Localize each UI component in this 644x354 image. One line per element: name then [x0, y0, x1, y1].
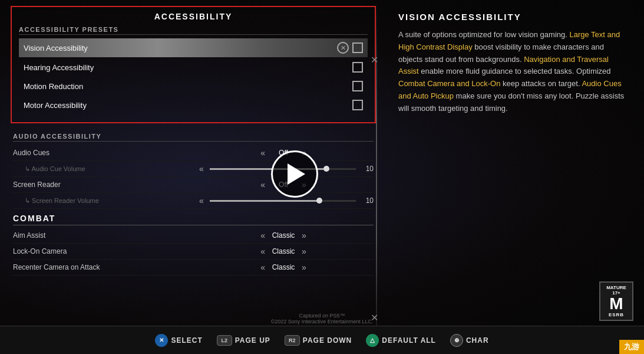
screen-reader-volume-label: ↳ Screen Reader Volume	[13, 197, 199, 205]
left-panel: ACCESSIBILITY ACCESSIBILITY PRESETS Visi…	[11, 6, 376, 326]
screen-reader-label: Screen Reader	[13, 181, 193, 189]
l2-button-icon: L2	[217, 335, 232, 346]
screen-reader-volume-row: ↳ Screen Reader Volume « 10	[13, 193, 374, 209]
info-text-6-highlight: Combat Camera and Lock-On	[398, 79, 500, 88]
default-all-item[interactable]: △ DEFAULT ALL	[366, 334, 436, 347]
sr-volume-left-arrow[interactable]: «	[199, 196, 204, 205]
lock-on-camera-left-arrow[interactable]: «	[260, 247, 265, 256]
recenter-camera-row: Recenter Camera on Attack « Classic »	[13, 260, 374, 276]
sr-volume-slider-track[interactable]	[210, 200, 356, 202]
presets-title: ACCESSIBILITY PRESETS	[19, 26, 368, 35]
square-icon-3	[352, 81, 363, 91]
aim-assist-left-arrow[interactable]: «	[260, 231, 265, 240]
page-down-label: PAGE DOWN	[303, 336, 352, 345]
audio-cue-volume-row: ↳ Audio Cue Volume « 10	[13, 161, 374, 177]
audio-cue-volume-label: ↳ Audio Cue Volume	[13, 165, 199, 173]
sr-volume-slider-dot	[316, 198, 322, 204]
page-up-item[interactable]: L2 PAGE UP	[217, 335, 270, 346]
accessibility-title: ACCESSIBILITY	[19, 12, 368, 21]
play-icon	[288, 163, 305, 185]
info-text-1: A suite of options optimized for low vis…	[398, 30, 569, 39]
esrb-label: ESRB	[604, 312, 629, 317]
x-icon: ✕	[337, 42, 349, 54]
accessibility-box: ACCESSIBILITY ACCESSIBILITY PRESETS Visi…	[11, 6, 376, 123]
x-button-icon: ✕	[155, 334, 168, 347]
combat-title: COMBAT	[13, 214, 374, 225]
triangle-button-icon: △	[366, 334, 379, 347]
lock-on-camera-value: Classic	[269, 247, 298, 255]
lock-on-camera-row: Lock-On Camera « Classic »	[13, 244, 374, 260]
aim-assist-row: Aim Assist « Classic »	[13, 228, 374, 244]
preset-vision-label: Vision Accessibility	[24, 44, 88, 53]
esrb-badge: MATURE 17+ M ESRB	[599, 281, 633, 321]
screen-reader-volume-value: 10	[362, 196, 374, 205]
recenter-camera-value: Classic	[269, 263, 298, 271]
esrb-m-letter: M	[604, 296, 629, 312]
volume-slider-dot	[323, 166, 329, 172]
watermark: 九游	[619, 340, 644, 354]
recenter-camera-control[interactable]: « Classic »	[193, 263, 374, 272]
recenter-camera-left-arrow[interactable]: «	[260, 263, 265, 272]
preset-motion-icons	[352, 81, 363, 91]
panel-divider	[376, 0, 377, 354]
square-icon-2	[352, 62, 363, 73]
audio-cues-label: Audio Cues	[13, 149, 193, 157]
audio-cues-left-arrow[interactable]: «	[260, 148, 265, 158]
preset-hearing-icons	[352, 62, 363, 73]
preset-hearing[interactable]: Hearing Accessibility	[19, 58, 368, 76]
aim-assist-label: Aim Assist	[13, 231, 193, 240]
lock-on-camera-control[interactable]: « Classic »	[193, 247, 374, 256]
select-label: SELECT	[171, 336, 202, 345]
page-down-item[interactable]: R2 PAGE DOWN	[285, 335, 352, 346]
audio-cue-volume-value: 10	[362, 165, 374, 173]
audio-title: AUDIO ACCESSIBILITY	[13, 133, 374, 142]
aim-assist-control[interactable]: « Classic »	[193, 231, 374, 240]
preset-motion[interactable]: Motion Reduction	[19, 77, 368, 95]
page-up-label: PAGE UP	[235, 336, 270, 345]
info-title: VISION ACCESSIBILITY	[398, 12, 629, 22]
info-text-7: keep attacks on target.	[500, 79, 582, 88]
lock-on-camera-label: Lock-On Camera	[13, 247, 193, 255]
audio-cues-row: Audio Cues « Off »	[13, 145, 374, 161]
preset-motor[interactable]: Motor Accessibility	[19, 96, 368, 114]
char-label: CHAR	[466, 336, 489, 345]
screen-reader-left-arrow[interactable]: «	[260, 180, 265, 189]
preset-motor-icons	[352, 100, 363, 110]
aim-assist-value: Classic	[269, 231, 298, 240]
screen-reader-volume-control[interactable]: « 10	[199, 196, 374, 205]
footer-copyright: Captured on PS5™ ©2022 Sony Interactive …	[271, 313, 374, 324]
recenter-camera-label: Recenter Camera on Attack	[13, 263, 193, 271]
char-item[interactable]: ⊕ CHAR	[450, 334, 489, 347]
captured-text: Captured on PS5™	[299, 313, 345, 319]
preset-hearing-label: Hearing Accessibility	[24, 63, 94, 72]
select-item[interactable]: ✕ SELECT	[155, 334, 202, 347]
default-all-label: DEFAULT ALL	[382, 336, 436, 345]
globe-button-icon: ⊕	[450, 334, 463, 347]
preset-vision-icons: ✕	[337, 42, 363, 54]
aim-assist-right-arrow[interactable]: »	[302, 231, 306, 240]
copyright-text: ©2022 Sony Interactive Entertainment LLC…	[271, 319, 374, 324]
right-panel: VISION ACCESSIBILITY A suite of options …	[389, 6, 638, 326]
screen-reader-row: Screen Reader « Off »	[13, 177, 374, 193]
recenter-camera-right-arrow[interactable]: »	[302, 263, 306, 272]
r2-button-icon: R2	[285, 335, 300, 346]
lock-on-camera-right-arrow[interactable]: »	[302, 247, 306, 256]
square-icon	[352, 42, 363, 53]
info-text-5: enable more fluid guidance to selected t…	[419, 67, 611, 76]
volume-left-arrow[interactable]: «	[199, 164, 204, 173]
bottom-bar: ✕ SELECT L2 PAGE UP R2 PAGE DOWN △ DEFAU…	[0, 326, 644, 354]
divider-cross-top: ✕	[371, 54, 378, 65]
sr-volume-slider-fill	[210, 200, 319, 202]
square-icon-4	[352, 100, 363, 110]
preset-vision[interactable]: Vision Accessibility ✕	[19, 38, 368, 57]
info-text: A suite of options optimized for low vis…	[398, 29, 629, 115]
play-button[interactable]	[271, 150, 318, 198]
settings-area: AUDIO ACCESSIBILITY Audio Cues « Off » ↳…	[11, 133, 376, 276]
preset-motor-label: Motor Accessibility	[24, 101, 87, 110]
preset-motion-label: Motion Reduction	[24, 82, 83, 91]
